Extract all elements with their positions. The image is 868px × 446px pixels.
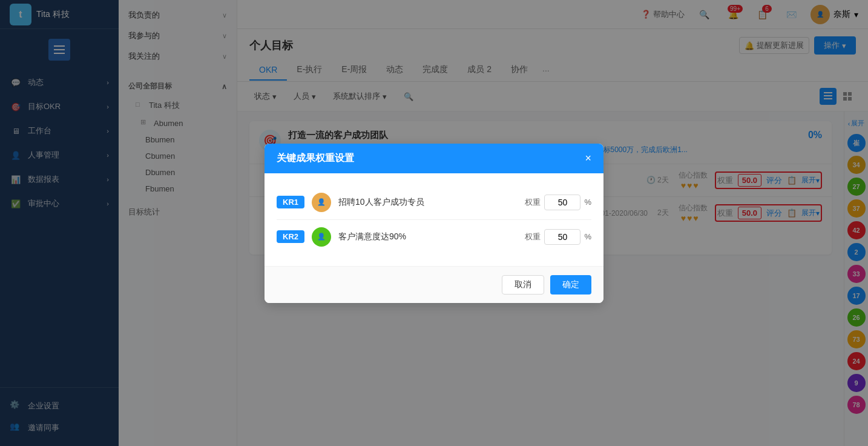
modal-footer: 取消 确定 — [265, 266, 603, 303]
modal-kr1-tag: KR1 — [277, 196, 304, 208]
modal-kr1-weight-input[interactable] — [544, 195, 580, 210]
modal-kr1-weight-group: 权重 % — [525, 195, 591, 210]
modal-kr1-avatar: 👤 — [312, 193, 331, 212]
modal-kr2-weight-input[interactable] — [544, 229, 580, 245]
modal-confirm-button[interactable]: 确定 — [550, 275, 591, 295]
modal-overlay: 关键成果权重设置 × KR1 👤 招聘10人客户成功专员 权重 % — [0, 0, 868, 446]
modal-cancel-button[interactable]: 取消 — [502, 275, 544, 295]
modal-title: 关键成果权重设置 — [277, 152, 354, 165]
weight-settings-modal: 关键成果权重设置 × KR1 👤 招聘10人客户成功专员 权重 % — [265, 144, 603, 303]
modal-kr2-avatar: 👤 — [312, 227, 331, 247]
modal-kr2-name: 客户满意度达90% — [338, 231, 518, 242]
modal-body: KR1 👤 招聘10人客户成功专员 权重 % KR2 👤 客户满意度达90% — [265, 173, 603, 266]
modal-kr1-row: KR1 👤 招聘10人客户成功专员 权重 % — [277, 185, 591, 220]
modal-kr1-name: 招聘10人客户成功专员 — [338, 197, 518, 208]
modal-kr2-tag: KR2 — [277, 230, 304, 243]
modal-header: 关键成果权重设置 × — [265, 144, 603, 173]
modal-close-button[interactable]: × — [585, 152, 591, 165]
modal-kr2-weight-group: 权重 % — [525, 229, 591, 245]
modal-kr2-row: KR2 👤 客户满意度达90% 权重 % — [277, 220, 591, 254]
